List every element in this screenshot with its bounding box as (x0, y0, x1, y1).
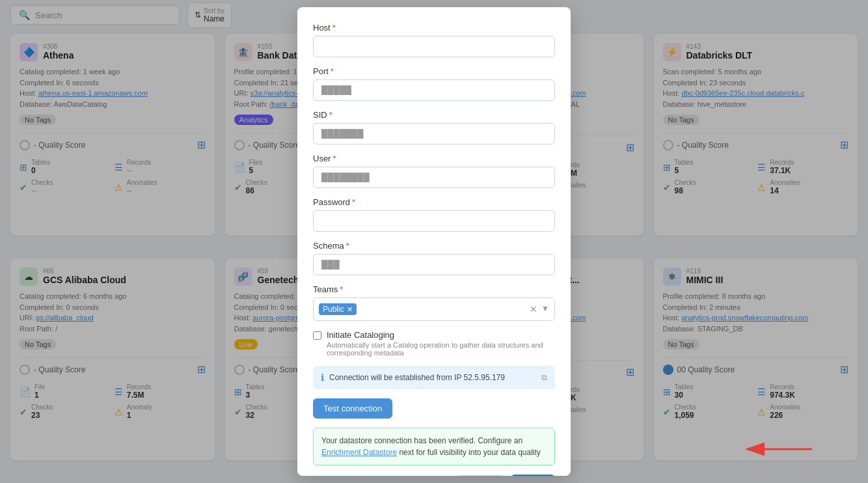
host-label: Host (313, 23, 331, 33)
connection-info-box: ℹ Connection will be established from IP… (313, 366, 555, 389)
info-icon: ℹ (321, 372, 324, 383)
password-input[interactable] (313, 210, 555, 232)
port-required: * (331, 66, 334, 76)
initiate-cataloging-row: Initiate Cataloging Automatically start … (313, 330, 555, 357)
modal-footer: Finish Next (313, 475, 555, 476)
next-button[interactable]: Next (511, 475, 555, 476)
host-required: * (332, 23, 336, 33)
port-input[interactable] (313, 79, 555, 101)
copy-icon[interactable]: ⧉ (541, 373, 547, 382)
host-group: Host * (313, 23, 555, 57)
teams-label: Teams (313, 284, 338, 294)
connection-info-text: Connection will be established from IP 5… (329, 373, 505, 382)
teams-clear-icon[interactable]: ✕ (530, 304, 537, 314)
sid-group: SID * (313, 110, 555, 145)
success-message-text2: next for full visibility into your data … (397, 448, 541, 457)
host-input[interactable] (313, 36, 555, 57)
schema-required: * (346, 241, 349, 251)
connection-modal: Host * Port * SID * User * Password * (297, 7, 571, 476)
schema-group: Schema * (313, 241, 555, 275)
teams-remove-icon[interactable]: ✕ (347, 305, 353, 314)
password-label: Password (313, 197, 350, 207)
user-group: User * (313, 154, 555, 188)
finish-button[interactable]: Finish (457, 475, 504, 476)
teams-public-label: Public (323, 305, 344, 314)
sid-label: SID (313, 110, 327, 120)
enrichment-datastore-link[interactable]: Enrichment Datastore (321, 448, 397, 457)
success-message-text: Your datastore connection has been verif… (321, 436, 522, 445)
sid-input[interactable] (313, 123, 555, 145)
teams-required: * (340, 284, 343, 294)
initiate-cataloging-checkbox[interactable] (313, 331, 321, 340)
success-message-box: Your datastore connection has been verif… (313, 428, 555, 465)
teams-dropdown-icon[interactable]: ▼ (541, 304, 549, 314)
teams-public-badge[interactable]: Public ✕ (319, 303, 357, 315)
initiate-cataloging-desc: Automatically start a Catalog operation … (327, 341, 555, 357)
schema-input[interactable] (313, 254, 555, 275)
teams-group: Teams * Public ✕ ✕ ▼ (313, 284, 555, 321)
initiate-cataloging-label: Initiate Cataloging (327, 330, 555, 340)
user-input[interactable] (313, 167, 555, 188)
user-required: * (332, 154, 336, 163)
sid-required: * (329, 110, 332, 120)
ip-address: 52.5.95.179 (464, 373, 505, 382)
user-label: User (313, 154, 331, 163)
port-group: Port * (313, 66, 555, 101)
schema-label: Schema (313, 241, 344, 251)
password-required: * (352, 197, 355, 207)
password-group: Password * (313, 197, 555, 232)
test-connection-button[interactable]: Test connection (313, 398, 392, 419)
teams-input[interactable]: Public ✕ ✕ ▼ (313, 297, 555, 321)
port-label: Port (313, 66, 329, 76)
